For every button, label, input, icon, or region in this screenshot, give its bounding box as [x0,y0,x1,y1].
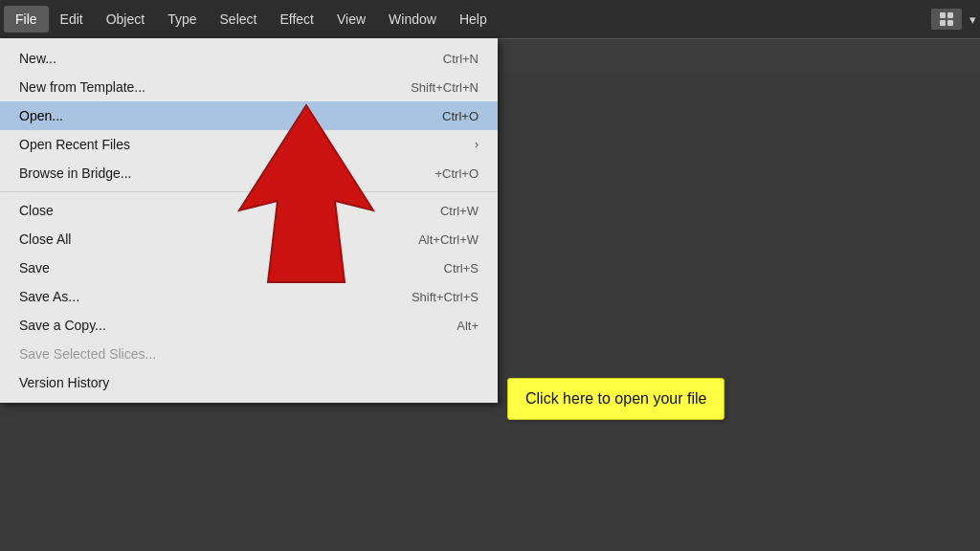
menu-item-save-slices: Save Selected Slices... [0,340,498,368]
menubar-item-file[interactable]: File [4,6,49,33]
menu-item-open-label: Open... [19,108,63,123]
menubar-item-edit[interactable]: Edit [49,6,95,33]
menu-item-save[interactable]: Save Ctrl+S [0,253,498,282]
menu-item-new-template-label: New from Template... [19,79,145,95]
menu-item-save-label: Save [19,260,50,276]
menu-item-new-shortcut: Ctrl+N [443,52,479,66]
menu-item-close[interactable]: Close Ctrl+W [0,196,498,225]
menu-item-save-as-label: Save As... [19,289,79,304]
menu-item-save-slices-label: Save Selected Slices... [19,346,156,362]
file-menu: New... Ctrl+N New from Template... Shift… [0,38,498,403]
workspace-chevron: ▾ [969,12,976,27]
menu-item-save-copy-label: Save a Copy... [19,318,106,333]
menubar-item-select[interactable]: Select [209,6,269,33]
menu-item-save-shortcut: Ctrl+S [444,261,479,276]
menubar-item-help[interactable]: Help [448,6,499,33]
menu-item-new[interactable]: New... Ctrl+N [0,44,498,73]
menu-item-close-shortcut: Ctrl+W [440,204,479,218]
menu-item-open-recent-label: Open Recent Files [19,137,130,152]
menu-item-bridge[interactable]: Browse in Bridge... +Ctrl+O [0,159,498,187]
menubar-item-view[interactable]: View [325,6,377,33]
menubar-item-object[interactable]: Object [95,6,156,33]
menu-item-save-copy-shortcut: Alt+ [457,319,479,333]
menu-item-close-all-label: Close All [19,231,71,247]
menu-item-save-copy[interactable]: Save a Copy... Alt+ [0,311,498,340]
menu-item-close-all[interactable]: Close All Alt+Ctrl+W [0,225,498,253]
menubar-right: ▾ [931,9,976,30]
menu-item-bridge-label: Browse in Bridge... [19,165,132,181]
menubar-item-window[interactable]: Window [377,6,448,33]
menu-item-new-label: New... [19,51,56,66]
menu-item-open-shortcut: Ctrl+O [442,109,479,123]
menu-item-open-recent-arrow-icon: › [475,138,479,151]
grid-icon [940,12,953,26]
menu-item-new-template-shortcut: Shift+Ctrl+N [411,80,479,95]
workspace-icon[interactable] [931,9,962,30]
menubar-item-effect[interactable]: Effect [268,6,325,33]
menu-item-close-label: Close [19,203,54,218]
menu-item-open[interactable]: Open... Ctrl+O [0,101,498,130]
tooltip-text: Click here to open your file [525,390,706,407]
menubar-item-type[interactable]: Type [156,6,208,33]
menu-item-open-recent[interactable]: Open Recent Files › [0,130,498,159]
menubar: File Edit Object Type Select Effect View… [0,0,980,38]
menu-item-close-all-shortcut: Alt+Ctrl+W [418,232,479,247]
menu-item-save-as[interactable]: Save As... Shift+Ctrl+S [0,282,498,311]
tooltip-box: Click here to open your file [507,378,724,420]
menu-item-new-template[interactable]: New from Template... Shift+Ctrl+N [0,73,498,101]
menu-item-bridge-shortcut: +Ctrl+O [434,166,479,181]
menu-item-save-as-shortcut: Shift+Ctrl+S [412,290,479,304]
menu-item-version-history-label: Version History [19,375,109,390]
menu-item-version-history[interactable]: Version History [0,368,498,397]
menu-separator-1 [0,191,498,192]
